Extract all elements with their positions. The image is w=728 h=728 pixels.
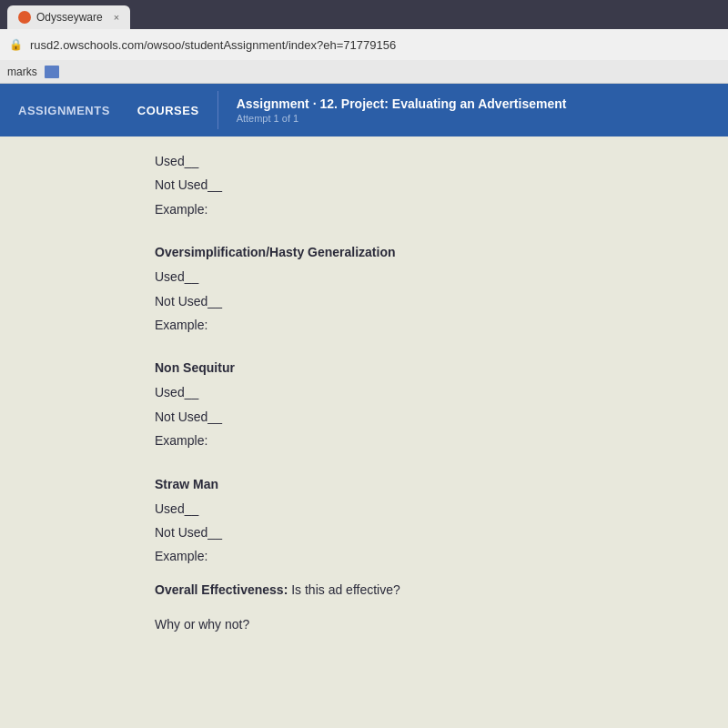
section3-example-line: Example: [155,546,655,566]
overall-text: Is this ad effective? [291,582,400,597]
browser-tab[interactable]: Odysseyware × [7,5,130,29]
overall-effectiveness-line: Overall Effectiveness: Is this ad effect… [155,580,655,600]
assignments-label: ASSIGNMENTS [18,104,110,117]
address-bar: 🔒 rusd2.owschools.com/owsoo/studentAssig… [0,29,728,60]
tab-bar: Odysseyware × [0,0,728,29]
courses-tab[interactable]: COURSES [137,96,199,125]
section3-used-line: Used__ [155,499,655,519]
assignment-info: Assignment · 12. Project: Evaluating an … [218,84,585,136]
section3-not-used-text: Not Used__ [155,525,222,540]
example-1-text: Example: [155,202,207,217]
app-navigation: ASSIGNMENTS COURSES Assignment · 12. Pro… [0,84,728,136]
used-partial-line: Used__ [155,151,655,171]
section2-not-used-line: Not Used__ [155,407,655,427]
assignments-tab[interactable]: ASSIGNMENTS [18,96,110,125]
address-text[interactable]: rusd2.owschools.com/owsoo/studentAssignm… [30,38,396,52]
section1-heading: Oversimplification/Hasty Generalization [155,245,655,259]
section2-not-used-text: Not Used__ [155,410,222,424]
section2-example-line: Example: [155,430,655,450]
bookmarks-folder-icon[interactable] [45,66,59,78]
assignment-title: Assignment · 12. Project: Evaluating an … [237,96,567,111]
section2-example-text: Example: [155,433,207,448]
assignment-prefix: Assignment [237,96,309,111]
section1-example-text: Example: [155,318,207,332]
section2-used-line: Used__ [155,382,655,402]
tab-favicon [18,11,31,24]
bookmarks-label: marks [7,66,37,78]
bookmarks-bar: marks [0,60,728,84]
section2-used-text: Used__ [155,385,198,399]
assignment-number: · 12. Project: Evaluating an Advertiseme… [313,96,567,111]
tab-title: Odysseyware [36,11,103,24]
section3-example-text: Example: [155,549,207,563]
section1-used-line: Used__ [155,267,655,287]
section3-heading: Straw Man [155,477,655,491]
lock-icon: 🔒 [9,38,23,51]
example-1-line: Example: [155,199,655,219]
section1-used-text: Used__ [155,269,198,284]
section2-heading: Non Sequitur [155,360,655,375]
section1-not-used-text: Not Used__ [155,294,222,308]
not-used-1-line: Not Used__ [155,175,655,195]
why-line: Why or why not? [155,614,655,634]
section1-example-line: Example: [155,315,655,335]
nav-tabs: ASSIGNMENTS COURSES [0,84,217,136]
section3-used-text: Used__ [155,501,198,516]
not-used-1-text: Not Used__ [155,177,222,192]
used-partial-text: Used__ [155,154,198,168]
courses-label: COURSES [137,104,199,117]
overall-label: Overall Effectiveness: [155,582,288,597]
tab-close-button[interactable]: × [114,12,119,23]
section1-not-used-line: Not Used__ [155,291,655,311]
why-text: Why or why not? [155,617,249,632]
section3-not-used-line: Not Used__ [155,522,655,542]
browser-chrome: Odysseyware × 🔒 rusd2.owschools.com/owso… [0,0,728,84]
content-area: Used__ Not Used__ Example: Oversimplific… [0,136,728,728]
attempt-label: Attempt 1 of 1 [237,113,567,124]
